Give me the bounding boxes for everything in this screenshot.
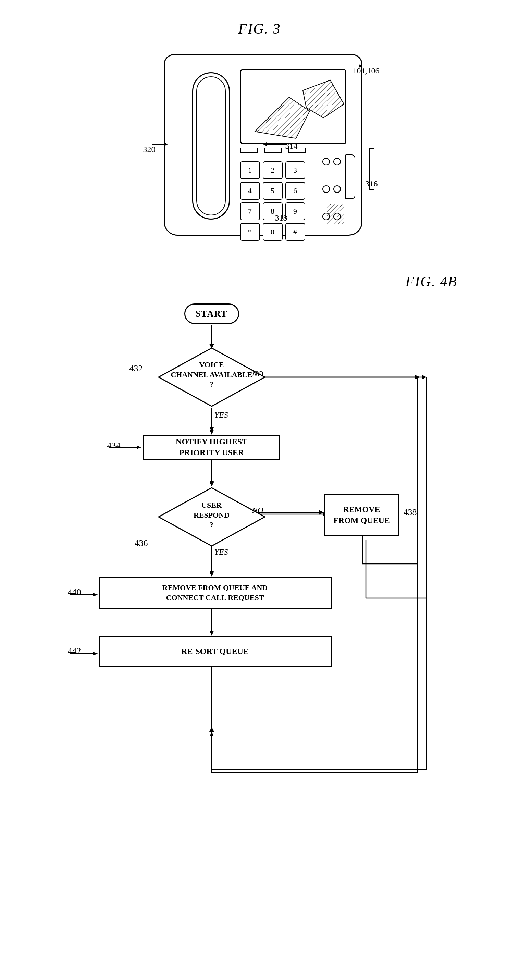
key-0[interactable]: 0 — [263, 223, 283, 241]
fig4b-title: FIG. 4B — [405, 274, 457, 290]
svg-marker-36 — [210, 572, 214, 577]
svg-marker-22 — [319, 510, 324, 515]
key-6[interactable]: 6 — [285, 182, 305, 200]
svg-marker-56 — [93, 593, 98, 597]
flowchart-start: START — [184, 304, 239, 324]
svg-marker-58 — [93, 652, 98, 655]
ref-436: 436 — [135, 538, 148, 549]
page: FIG. 3 — [0, 0, 519, 980]
diamond1-label: VOICECHANNEL AVAILABLE? — [164, 360, 260, 390]
key-#[interactable]: # — [285, 223, 305, 241]
svg-marker-14 — [209, 427, 214, 431]
svg-marker-47 — [210, 732, 214, 737]
corner-hatch — [327, 204, 344, 224]
svg-marker-20 — [209, 571, 214, 576]
side-btn-1[interactable] — [322, 158, 330, 165]
fig3-title: FIG. 3 — [239, 21, 281, 37]
arrow-434 — [107, 444, 145, 451]
svg-marker-49 — [210, 631, 214, 636]
svg-marker-53 — [137, 445, 142, 449]
side-btn-4[interactable] — [333, 185, 341, 193]
handset-inner — [196, 76, 226, 215]
rect-remove-connect: REMOVE FROM QUEUE AND CONNECT CALL REQUE… — [99, 577, 332, 609]
svg-marker-1 — [255, 97, 310, 138]
label-318: 318 — [275, 213, 287, 223]
display-area — [240, 69, 346, 144]
key-7[interactable]: 7 — [240, 202, 260, 220]
svg-marker-34 — [210, 481, 214, 486]
arrow-440 — [68, 591, 100, 598]
key-2[interactable]: 2 — [263, 161, 283, 179]
rect-resort-queue: RE-SORT QUEUE — [99, 636, 332, 667]
arrow-314 — [263, 139, 290, 150]
bracket-316 — [366, 146, 383, 191]
flowchart: START VOICECHANNEL AVAILABLE? 432 YES NO… — [54, 304, 465, 869]
key-4[interactable]: 4 — [240, 182, 260, 200]
rect-notify: NOTIFY HIGHEST PRIORITY USER — [143, 435, 280, 460]
side-btn-2[interactable] — [333, 158, 341, 165]
no-label-1: NO — [252, 369, 263, 379]
ref-438: 438 — [404, 507, 417, 517]
svg-marker-10 — [164, 143, 168, 146]
keypad: 123456789*0# — [240, 161, 305, 241]
yes-label-1: YES — [215, 410, 228, 420]
nav-tab[interactable] — [345, 154, 355, 199]
key-*[interactable]: * — [240, 223, 260, 241]
key-9[interactable]: 9 — [285, 202, 305, 220]
key-5[interactable]: 5 — [263, 182, 283, 200]
svg-marker-28 — [209, 727, 214, 732]
fig4b-section: FIG. 4B — [27, 274, 492, 869]
yes-label-2: YES — [215, 547, 228, 557]
handset — [192, 72, 230, 220]
phone-diagram: 123456789*0# — [143, 47, 376, 246]
arrow-442 — [68, 650, 100, 657]
ref-432: 432 — [129, 363, 143, 374]
key-3[interactable]: 3 — [285, 161, 305, 179]
softkey-1[interactable] — [240, 148, 258, 153]
svg-marker-18 — [209, 482, 214, 487]
arrow-104-106 — [342, 61, 366, 71]
svg-marker-6 — [263, 143, 266, 146]
arrow-320 — [151, 139, 168, 150]
svg-rect-4 — [327, 204, 344, 224]
side-btn-3[interactable] — [322, 185, 330, 193]
no-label-2: NO — [252, 506, 263, 515]
rect-remove-queue: REMOVE FROM QUEUE — [324, 493, 400, 536]
diamond2-label: USERRESPOND? — [167, 500, 256, 530]
svg-marker-42 — [415, 375, 420, 379]
key-1[interactable]: 1 — [240, 161, 260, 179]
svg-marker-16 — [422, 375, 427, 380]
svg-marker-8 — [359, 64, 363, 68]
display-hatch-svg — [241, 70, 345, 143]
fig3-section: FIG. 3 — [27, 21, 492, 246]
svg-marker-32 — [210, 430, 214, 435]
